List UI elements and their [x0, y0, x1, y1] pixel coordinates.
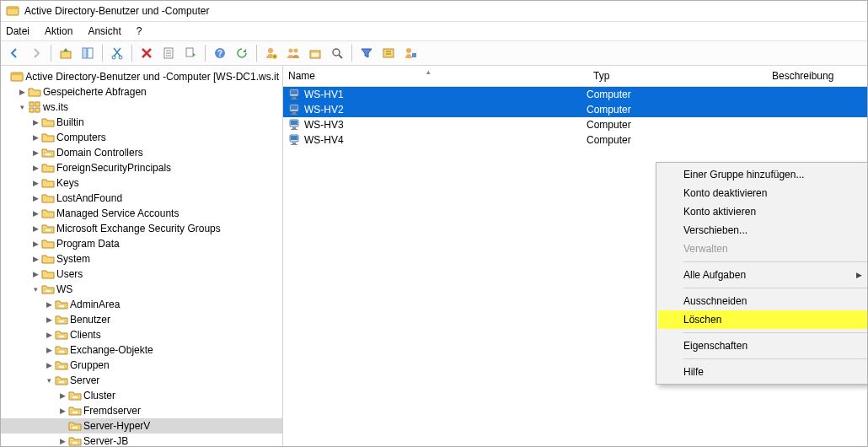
query-button[interactable] — [378, 43, 399, 63]
expander-icon[interactable]: ▶ — [56, 437, 68, 445]
expander-icon[interactable]: ▶ — [43, 361, 55, 369]
tree-root[interactable]: Active Directory-Benutzer und -Computer … — [1, 69, 282, 84]
menu-help[interactable]: ? — [137, 25, 142, 37]
expander-icon[interactable]: ▾ — [29, 285, 41, 294]
expander-icon[interactable]: ▶ — [29, 179, 41, 187]
tree-label: WS — [56, 283, 72, 295]
column-header-name[interactable]: Name — [283, 70, 588, 82]
expander-icon[interactable]: ▶ — [29, 133, 41, 142]
expander-icon[interactable]: ▶ — [56, 391, 68, 400]
tree-users[interactable]: ▶Users — [1, 267, 282, 282]
ou-icon — [41, 283, 55, 296]
tree-mesg[interactable]: ▶Microsoft Exchange Security Groups — [1, 221, 282, 236]
list-row[interactable]: WS-HV2Computer — [283, 102, 867, 117]
tree-lostandfound[interactable]: ▶LostAndFound — [1, 191, 282, 206]
expander-icon[interactable]: ▾ — [43, 376, 55, 385]
filter-button[interactable] — [356, 43, 377, 63]
expander-icon[interactable]: ▶ — [43, 346, 55, 354]
expander-icon[interactable]: ▶ — [29, 118, 41, 127]
tree-ws[interactable]: ▾WS — [1, 282, 282, 297]
ctx-add-to-group[interactable]: Einer Gruppe hinzufügen... — [658, 165, 868, 184]
ctx-properties[interactable]: Eigenschaften — [658, 337, 868, 355]
ctx-help[interactable]: Hilfe — [658, 363, 868, 381]
tree-gruppen[interactable]: ▶Gruppen — [1, 358, 282, 373]
context-menu: Einer Gruppe hinzufügen... Konto deaktiv… — [656, 162, 868, 385]
expander-icon[interactable]: ▶ — [43, 331, 55, 339]
svg-rect-58 — [292, 143, 296, 144]
tree-server-hyperv[interactable]: Server-HyperV — [1, 418, 282, 434]
menu-file[interactable]: Datei — [6, 25, 29, 37]
tree-builtin[interactable]: ▶Builtin — [1, 115, 282, 130]
folder-icon — [41, 237, 55, 250]
tree-server[interactable]: ▾Server — [1, 373, 282, 388]
tree-keys[interactable]: ▶Keys — [1, 175, 282, 191]
tree-clients[interactable]: ▶Clients — [1, 327, 282, 342]
expander-icon[interactable]: ▶ — [29, 255, 41, 263]
tree-program-data[interactable]: ▶Program Data — [1, 236, 282, 251]
expander-icon[interactable]: ▶ — [29, 148, 41, 157]
tree-benutzer[interactable]: ▶Benutzer — [1, 312, 282, 327]
tree-pane[interactable]: Active Directory-Benutzer und -Computer … — [1, 66, 283, 446]
expander-icon[interactable]: ▶ — [29, 224, 41, 233]
refresh-button[interactable] — [232, 43, 252, 63]
tree-domain[interactable]: ▾ ws.its — [1, 100, 282, 115]
new-ou-button[interactable] — [305, 43, 325, 63]
expander-icon[interactable]: ▶ — [29, 209, 41, 218]
expander-icon[interactable]: ▶ — [29, 240, 41, 248]
expander-icon[interactable]: ▶ — [43, 315, 55, 324]
tree-adminarea[interactable]: ▶AdminArea — [1, 297, 282, 312]
new-user-button[interactable] — [261, 43, 281, 63]
svg-line-21 — [339, 55, 342, 58]
list-cell-name: WS-HV2 — [304, 104, 344, 116]
expander-icon[interactable]: ▶ — [16, 88, 28, 96]
tree-fsp[interactable]: ▶ForeignSecurityPrincipals — [1, 160, 282, 175]
menu-view[interactable]: Ansicht — [88, 25, 121, 37]
find-button[interactable] — [327, 43, 347, 63]
help-button[interactable]: ? — [210, 43, 230, 63]
expander-icon[interactable]: ▶ — [29, 194, 41, 202]
cut-button[interactable] — [107, 43, 127, 63]
tree-saved-queries[interactable]: ▶ Gespeicherte Abfragen — [1, 84, 282, 100]
svg-rect-38 — [58, 365, 65, 369]
expander-icon[interactable]: ▶ — [43, 300, 55, 309]
column-header-type[interactable]: Typ — [588, 70, 767, 82]
ctx-delete[interactable]: Löschen — [658, 310, 868, 329]
folder-icon — [28, 85, 41, 99]
ctx-all-tasks[interactable]: Alle Aufgaben▶ — [658, 266, 868, 284]
tree-cluster[interactable]: ▶Cluster — [1, 388, 282, 403]
menu-action[interactable]: Aktion — [45, 25, 72, 37]
ctx-deactivate-account[interactable]: Konto deaktivieren — [658, 184, 868, 202]
nav-back-button[interactable] — [4, 43, 24, 63]
ctx-cut[interactable]: Ausschneiden — [658, 292, 868, 310]
tree-fremdserver[interactable]: ▶Fremdserver — [1, 403, 282, 418]
tree-system[interactable]: ▶System — [1, 251, 282, 267]
tree-msa[interactable]: ▶Managed Service Accounts — [1, 206, 282, 221]
properties-button[interactable] — [158, 43, 179, 63]
list-row[interactable]: WS-HV3Computer — [283, 117, 867, 132]
up-button[interactable] — [56, 43, 76, 63]
ctx-move[interactable]: Verschieben... — [658, 221, 868, 240]
tree-label: Benutzer — [70, 314, 110, 326]
show-hide-button[interactable] — [78, 43, 98, 63]
new-group-button[interactable] — [283, 43, 303, 63]
expander-icon[interactable]: ▾ — [16, 103, 28, 111]
tree-dc[interactable]: ▶Domain Controllers — [1, 145, 282, 160]
expander-icon[interactable]: ▶ — [29, 270, 41, 278]
expander-icon[interactable]: ▶ — [29, 164, 41, 172]
delete-button[interactable] — [137, 43, 157, 63]
list-row[interactable]: WS-HV4Computer — [283, 132, 867, 148]
svg-rect-46 — [292, 97, 296, 99]
add-to-group-button[interactable] — [400, 43, 421, 63]
list-row[interactable]: WS-HV1Computer — [283, 87, 867, 102]
svg-rect-27 — [29, 102, 34, 106]
tree-exchange-objekte[interactable]: ▶Exchange-Objekte — [1, 342, 282, 358]
expander-icon[interactable]: ▶ — [56, 407, 68, 415]
folder-icon — [41, 161, 55, 175]
ctx-activate-account[interactable]: Konto aktivieren — [658, 202, 868, 221]
column-header-desc[interactable]: Beschreibung — [767, 70, 867, 82]
tree-server-jb[interactable]: ▶Server-JB — [1, 434, 282, 446]
tree-label: Server — [70, 374, 99, 386]
export-button[interactable] — [180, 43, 201, 63]
nav-forward-button[interactable] — [26, 43, 46, 63]
tree-computers[interactable]: ▶Computers — [1, 130, 282, 145]
